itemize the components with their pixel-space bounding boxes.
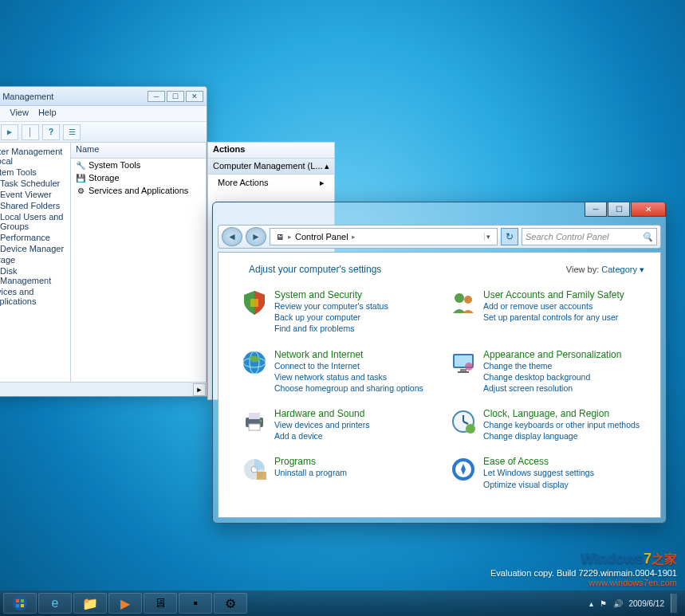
- tree-item[interactable]: 📂Shared Folders: [0, 200, 69, 211]
- list-item[interactable]: 🔧System Tools: [71, 159, 206, 171]
- menu-help[interactable]: Help: [38, 108, 57, 120]
- tree-root[interactable]: 🖥puter Management (Local: [0, 146, 69, 167]
- desktop-watermark: Windows7之家 Evaluation copy. Build 7229.w…: [490, 551, 677, 587]
- tray-up-icon[interactable]: ▴: [589, 599, 593, 608]
- category-sublink[interactable]: Adjust screen resolution: [483, 383, 621, 394]
- category-sublink[interactable]: Connect to the Internet: [274, 360, 423, 371]
- taskbar-item-explorer[interactable]: 📁: [73, 593, 107, 614]
- nav-back-button[interactable]: ◄: [222, 227, 242, 246]
- category-sublink[interactable]: Add a device: [274, 430, 369, 441]
- tree-item[interactable]: 💽Disk Management: [0, 265, 69, 286]
- category-sublink[interactable]: Change desktop background: [483, 371, 621, 383]
- list-item[interactable]: ⚙Services and Applications: [71, 184, 206, 197]
- chevron-right-icon[interactable]: ▸: [288, 233, 292, 241]
- category-title[interactable]: User Accounts and Family Safety: [483, 289, 624, 300]
- svg-point-18: [466, 424, 475, 434]
- close-button[interactable]: ✕: [631, 202, 666, 217]
- search-placeholder: Search Control Panel: [526, 232, 609, 241]
- tree-system-tools[interactable]: 🔧ystem Tools: [0, 167, 69, 178]
- category-sublink[interactable]: View network status and tasks: [274, 371, 423, 383]
- category-sublink[interactable]: Change the theme: [483, 360, 621, 371]
- breadcrumb[interactable]: 🖥 ▸ Control Panel ▸ ▾: [270, 228, 498, 245]
- tree-item[interactable]: 📋Event Viewer: [0, 189, 69, 200]
- tree-storage[interactable]: 💾torage: [0, 254, 69, 265]
- control-panel-icon: 🖥: [275, 232, 285, 241]
- view-by-dropdown[interactable]: Category ▾: [601, 265, 644, 274]
- tray-clock[interactable]: 2009/6/12: [629, 599, 665, 608]
- category-sublink[interactable]: Set up parental controls for any user: [483, 312, 624, 323]
- svg-rect-8: [460, 369, 467, 371]
- tree-services[interactable]: ⚙ervices and Applications: [0, 286, 69, 307]
- category-title[interactable]: Hardware and Sound: [274, 408, 369, 419]
- minimize-button[interactable]: ─: [585, 202, 607, 217]
- category-sublink[interactable]: Add or remove user accounts: [483, 300, 624, 312]
- list-item[interactable]: 💾Storage: [71, 171, 206, 184]
- more-actions[interactable]: More Actions▸: [208, 175, 334, 191]
- taskbar-item-media[interactable]: ▶: [108, 593, 142, 614]
- view-by: View by: Category ▾: [566, 265, 644, 275]
- control-panel-window: ─ ☐ ✕ ◄ ► 🖥 ▸ Control Panel ▸ ▾ ↻ Search…: [212, 202, 667, 524]
- category-sublink[interactable]: Optimize visual display: [483, 479, 594, 490]
- mgmt-menubar: ction View Help: [0, 106, 207, 122]
- play-icon: ▶: [120, 596, 130, 611]
- svg-point-10: [465, 363, 473, 371]
- help-icon[interactable]: ?: [42, 124, 60, 140]
- svg-rect-9: [458, 371, 469, 373]
- tree-item[interactable]: 🔌Device Manager: [0, 243, 69, 254]
- svg-rect-13: [249, 424, 260, 430]
- category-title[interactable]: Network and Internet: [274, 349, 423, 360]
- scroll-right-icon[interactable]: ►: [193, 383, 206, 396]
- menu-view[interactable]: View: [10, 108, 29, 120]
- category-item: ProgramsUninstall a program: [234, 451, 443, 494]
- taskbar-item-cp[interactable]: ⚙: [214, 593, 247, 614]
- chevron-right-icon[interactable]: ▸: [352, 233, 356, 241]
- mgmt-titlebar[interactable]: puter Management ─ ☐ ✕: [0, 87, 207, 106]
- maximize-button[interactable]: ☐: [608, 202, 630, 217]
- category-sublink[interactable]: Review your computer's status: [274, 300, 388, 312]
- category-sublink[interactable]: Change keyboards or other input methods: [483, 419, 640, 430]
- category-title[interactable]: Ease of Access: [483, 456, 594, 467]
- cp-titlebar[interactable]: ─ ☐ ✕: [213, 202, 666, 225]
- svg-rect-12: [249, 413, 260, 419]
- toolbar-btn[interactable]: ☰: [63, 124, 81, 140]
- breadcrumb-segment[interactable]: Control Panel: [295, 232, 348, 241]
- taskbar-item-mgmt[interactable]: 🖥: [144, 593, 177, 614]
- category-item: Hardware and SoundView devices and print…: [234, 403, 443, 446]
- mgmt-title: puter Management: [0, 92, 53, 101]
- category-title[interactable]: System and Security: [274, 289, 388, 300]
- actions-header: Actions: [208, 143, 334, 159]
- flag-icon[interactable]: ⚑: [600, 599, 607, 608]
- category-title[interactable]: Appearance and Personalization: [483, 349, 621, 360]
- chevron-down-icon[interactable]: ▾: [484, 233, 492, 241]
- category-sublink[interactable]: Back up your computer: [274, 312, 388, 323]
- show-desktop-button[interactable]: [671, 594, 677, 613]
- category-sublink[interactable]: Let Windows suggest settings: [483, 467, 594, 478]
- category-sublink[interactable]: Find and fix problems: [274, 323, 388, 334]
- horizontal-scrollbar[interactable]: ◄ ►: [0, 382, 207, 396]
- actions-group[interactable]: Computer Management (L...▴: [208, 159, 334, 175]
- nav-forward-button[interactable]: ►: [246, 227, 266, 246]
- taskbar: e 📁 ▶ 🖥 ▪ ⚙ ▴ ⚑ 🔊 2009/6/12: [0, 590, 685, 616]
- tree-item[interactable]: 📊Performance: [0, 232, 69, 243]
- category-sublink[interactable]: Uninstall a program: [274, 467, 347, 478]
- category-item: Clock, Language, and RegionChange keyboa…: [443, 403, 652, 446]
- taskbar-item-ie[interactable]: e: [38, 593, 72, 614]
- category-sublink[interactable]: Choose homegroup and sharing options: [274, 383, 423, 394]
- refresh-button[interactable]: ↻: [501, 228, 518, 245]
- category-sublink[interactable]: Change display language: [483, 430, 640, 441]
- column-header-name[interactable]: Name: [71, 143, 206, 159]
- category-title[interactable]: Clock, Language, and Region: [483, 408, 640, 419]
- tree-item[interactable]: 👥Local Users and Groups: [0, 211, 69, 232]
- close-button[interactable]: ✕: [186, 91, 203, 102]
- maximize-button[interactable]: ☐: [167, 91, 184, 102]
- tree-item[interactable]: ⏱Task Scheduler: [0, 178, 69, 189]
- search-input[interactable]: Search Control Panel 🔍: [522, 228, 657, 245]
- category-sublink[interactable]: View devices and printers: [274, 419, 369, 430]
- category-title[interactable]: Programs: [274, 456, 347, 467]
- volume-icon[interactable]: 🔊: [613, 599, 623, 608]
- list-item-icon: 🔧: [76, 160, 85, 170]
- minimize-button[interactable]: ─: [148, 91, 165, 102]
- taskbar-item-cmd[interactable]: ▪: [179, 593, 212, 614]
- forward-icon[interactable]: ►: [1, 124, 18, 140]
- start-button[interactable]: [3, 593, 37, 614]
